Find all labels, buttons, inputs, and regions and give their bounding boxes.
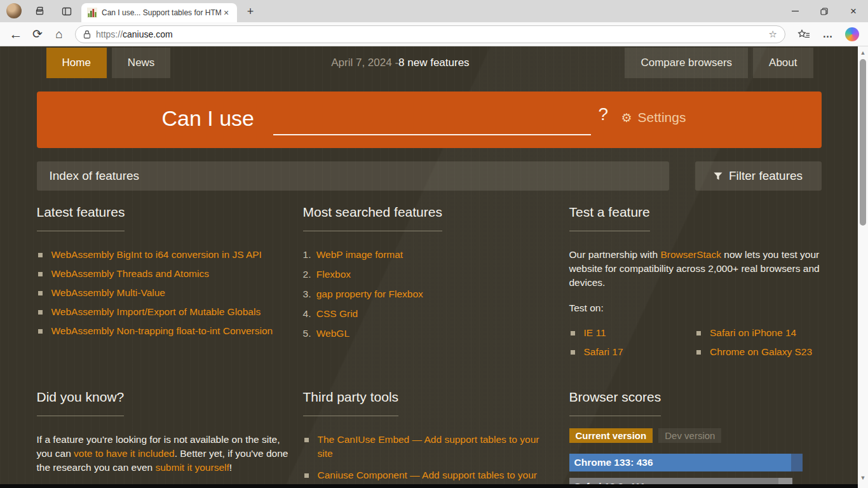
tab-close-icon[interactable]: × bbox=[221, 8, 231, 18]
workspaces-icon[interactable] bbox=[33, 4, 47, 18]
bullet-square-icon bbox=[38, 291, 43, 295]
url-text[interactable]: https://caniuse.com bbox=[96, 29, 769, 39]
list-item: gap property for Flexbox bbox=[303, 287, 555, 301]
browser-scores-heading: Browser scores bbox=[569, 390, 822, 416]
nav-home[interactable]: Home bbox=[46, 48, 107, 78]
index-of-features-bar[interactable]: Index of features bbox=[37, 161, 669, 191]
current-version-button[interactable]: Current version bbox=[569, 428, 653, 443]
settings-button[interactable]: ⚙ Settings bbox=[621, 110, 686, 125]
bullet-square-icon bbox=[38, 272, 43, 276]
bullet-square-icon bbox=[38, 253, 43, 257]
nav-date: April 7, 2024 - 8 new features bbox=[175, 48, 625, 78]
dev-version-button[interactable]: Dev version bbox=[658, 428, 721, 443]
refresh-button[interactable]: ⟳ bbox=[27, 25, 48, 44]
scrollbar-down-arrow-icon[interactable]: ▼ bbox=[858, 473, 868, 483]
third-party-tools-heading: Third party tools bbox=[303, 390, 555, 416]
bullet-square-icon bbox=[696, 350, 701, 355]
nav-news[interactable]: News bbox=[112, 48, 171, 78]
window-close-button[interactable]: × bbox=[839, 0, 868, 22]
bullet-square-icon bbox=[304, 438, 309, 442]
feature-link[interactable]: WebAssembly Non-trapping float-to-int Co… bbox=[51, 324, 273, 338]
list-item: Safari 17 bbox=[569, 345, 696, 359]
list-item: WebAssembly Threads and Atomics bbox=[37, 267, 289, 281]
device-link[interactable]: Safari on iPhone 14 bbox=[710, 326, 796, 340]
device-link[interactable]: IE 11 bbox=[584, 326, 606, 340]
feature-link[interactable]: WebAssembly BigInt to i64 conversion in … bbox=[51, 248, 262, 262]
page-scrollbar[interactable]: ▲ ▼ bbox=[858, 46, 868, 488]
bar-cap bbox=[791, 454, 803, 471]
device-link[interactable]: Chrome on Galaxy S23 bbox=[710, 345, 812, 359]
list-item: WebAssembly Non-trapping float-to-int Co… bbox=[37, 324, 289, 338]
new-features-link[interactable]: 8 new features bbox=[398, 57, 470, 69]
browser-profile-avatar[interactable] bbox=[6, 3, 22, 18]
browser-tab[interactable]: Can I use... Support tables for HTM × bbox=[81, 3, 237, 22]
most-searched-heading: Most searched features bbox=[303, 205, 555, 231]
scrollbar-up-arrow-icon[interactable]: ▲ bbox=[858, 48, 868, 58]
section-third-party-tools: Third party tools The CanIUse Embed — Ad… bbox=[303, 390, 555, 488]
date-text: April 7, 2024 - bbox=[331, 57, 398, 69]
browser-tab-strip: Can I use... Support tables for HTM × + … bbox=[0, 0, 868, 22]
tab-actions-menu-icon[interactable] bbox=[60, 4, 74, 18]
feature-link[interactable]: WebP image format bbox=[316, 249, 403, 260]
list-item: WebGL bbox=[303, 327, 555, 341]
nav-about[interactable]: About bbox=[753, 48, 813, 78]
window-minimize-button[interactable] bbox=[780, 0, 810, 22]
bullet-square-icon bbox=[571, 331, 575, 336]
tool-link[interactable]: The CanIUse Embed — Add support tables t… bbox=[318, 433, 555, 461]
list-item: The CanIUse Embed — Add support tables t… bbox=[303, 433, 555, 461]
feature-link[interactable]: gap property for Flexbox bbox=[316, 288, 423, 299]
tab-title: Can I use... Support tables for HTM bbox=[102, 8, 221, 17]
feature-search-input[interactable] bbox=[273, 111, 591, 135]
section-did-you-know: Did you know? If a feature you're lookin… bbox=[37, 390, 289, 488]
nav-compare-browsers[interactable]: Compare browsers bbox=[625, 48, 748, 78]
latest-features-heading: Latest features bbox=[37, 205, 289, 231]
feature-link[interactable]: Flexbox bbox=[316, 269, 351, 280]
list-item: Flexbox bbox=[303, 268, 555, 281]
bullet-square-icon bbox=[304, 473, 309, 478]
copilot-icon[interactable] bbox=[840, 25, 864, 44]
feature-link[interactable]: WebAssembly Multi-Value bbox=[51, 286, 165, 300]
list-item: WebAssembly Import/Export of Mutable Glo… bbox=[37, 305, 289, 319]
address-bar[interactable]: https://caniuse.com ☆ bbox=[75, 25, 785, 43]
bar-segment: Chrome 133: 436 bbox=[569, 454, 791, 471]
search-banner: Can I use ? ⚙ Settings bbox=[37, 92, 822, 148]
submit-link[interactable]: submit it yourself bbox=[155, 462, 229, 473]
section-most-searched: Most searched features WebP image format… bbox=[303, 205, 555, 364]
did-you-know-heading: Did you know? bbox=[37, 390, 289, 416]
filter-features-button[interactable]: Filter features bbox=[695, 161, 822, 191]
feature-link[interactable]: CSS Grid bbox=[316, 308, 358, 319]
list-item: IE 11 bbox=[569, 326, 696, 340]
browserstack-link[interactable]: BrowserStack bbox=[660, 249, 721, 260]
url-scheme: https:// bbox=[96, 29, 123, 39]
settings-menu-icon[interactable]: … bbox=[816, 25, 840, 44]
section-test-a-feature: Test a feature Our partnership with Brow… bbox=[569, 205, 822, 364]
favorites-hub-icon[interactable] bbox=[792, 25, 816, 44]
gear-icon: ⚙ bbox=[621, 111, 632, 125]
lock-icon bbox=[83, 30, 91, 39]
vote-link[interactable]: vote to have it included bbox=[74, 448, 175, 459]
page-caniuse: Home News April 7, 2024 - 8 new features… bbox=[0, 46, 858, 488]
bullet-square-icon bbox=[571, 350, 575, 355]
settings-label: Settings bbox=[638, 110, 686, 125]
list-item: WebP image format bbox=[303, 248, 555, 262]
funnel-icon bbox=[714, 172, 722, 180]
scrollbar-thumb[interactable] bbox=[860, 59, 866, 226]
section-latest-features: Latest features WebAssembly BigInt to i6… bbox=[37, 205, 289, 364]
list-item: WebAssembly Multi-Value bbox=[37, 286, 289, 300]
device-link[interactable]: Safari 17 bbox=[584, 345, 623, 359]
home-button[interactable]: ⌂ bbox=[48, 25, 70, 44]
section-browser-scores: Browser scores Current version Dev versi… bbox=[569, 390, 822, 488]
feature-link[interactable]: WebAssembly Threads and Atomics bbox=[51, 267, 209, 281]
back-button[interactable]: ← bbox=[5, 25, 27, 44]
list-item: WebAssembly BigInt to i64 conversion in … bbox=[37, 248, 289, 262]
bullet-square-icon bbox=[38, 329, 43, 334]
caniuse-favicon bbox=[87, 8, 97, 18]
new-tab-button[interactable]: + bbox=[243, 4, 258, 19]
add-favorite-star-icon[interactable]: ☆ bbox=[769, 29, 777, 40]
feature-link[interactable]: WebAssembly Import/Export of Mutable Glo… bbox=[51, 305, 261, 319]
help-button[interactable]: ? bbox=[599, 104, 609, 125]
browser-toolbar: ← ⟳ ⌂ https://caniuse.com ☆ … bbox=[0, 22, 868, 46]
browserstack-paragraph: Our partnership with BrowserStack now le… bbox=[569, 248, 822, 290]
feature-link[interactable]: WebGL bbox=[316, 328, 349, 339]
window-restore-button[interactable] bbox=[810, 0, 839, 22]
